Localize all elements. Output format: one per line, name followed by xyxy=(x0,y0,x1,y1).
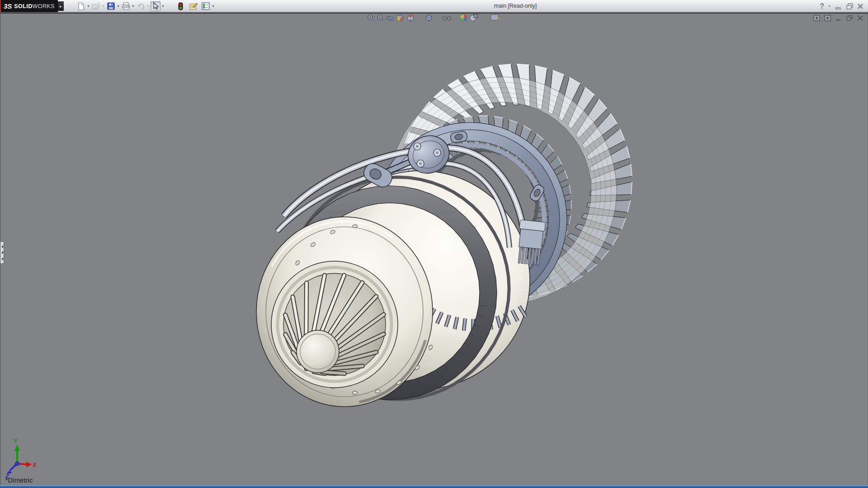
feature-manager-collapsed-tab[interactable] xyxy=(0,241,4,264)
pane-right-icon[interactable] xyxy=(824,15,831,21)
coordinate-triad: YXZ xyxy=(5,437,37,479)
triad-x: X xyxy=(32,461,37,468)
print-caret-icon[interactable]: ▾ xyxy=(131,1,136,11)
undo-icon xyxy=(137,3,145,10)
view-orientation-label: *Dimetric xyxy=(5,477,33,484)
brand-light: WORKS xyxy=(33,3,55,9)
main-toolbar: 3S SOLIDWORKS ▸ ▾ ▾ ▾ xyxy=(0,0,868,12)
edit-note-icon xyxy=(189,2,198,10)
rebuild-button[interactable] xyxy=(175,1,185,11)
undo-caret-icon: ▾ xyxy=(146,1,151,11)
save-caret-icon[interactable]: ▾ xyxy=(116,1,121,11)
options-button[interactable] xyxy=(201,1,211,11)
brand-bold: SOLID xyxy=(14,3,32,9)
save-button[interactable] xyxy=(106,1,116,11)
edit-note-button[interactable] xyxy=(188,1,198,11)
close-icon[interactable] xyxy=(856,2,864,10)
help-caret-icon[interactable]: ▾ xyxy=(827,1,832,11)
help-icon[interactable]: ? xyxy=(820,2,824,10)
pane-left-icon[interactable] xyxy=(813,15,820,21)
minimize-icon[interactable] xyxy=(835,2,843,10)
triad-y: Y xyxy=(14,437,18,444)
select-caret-icon[interactable]: ▾ xyxy=(160,1,165,11)
restore-icon[interactable] xyxy=(846,15,853,21)
document-title: main [Read-only] xyxy=(452,0,579,12)
brand-text: SOLIDWORKS xyxy=(14,3,54,9)
logo-red-edge xyxy=(0,0,1,12)
select-tool-button[interactable] xyxy=(151,1,160,11)
toolbar-divider xyxy=(0,13,868,14)
open-document-button[interactable] xyxy=(91,1,101,11)
taskbar-edge[interactable] xyxy=(0,485,868,488)
rebuild-traffic-light-icon xyxy=(178,2,183,10)
select-cursor-icon xyxy=(152,2,159,10)
close-icon[interactable] xyxy=(857,15,863,21)
new-document-icon xyxy=(77,2,85,10)
viewport-3d-canvas[interactable]: YXZ xyxy=(0,0,868,488)
restore-icon[interactable] xyxy=(845,2,854,10)
solidworks-logo: 3S SOLIDWORKS xyxy=(0,0,58,12)
jet-engine-model[interactable] xyxy=(256,64,632,407)
save-icon xyxy=(107,2,115,10)
undo-button[interactable] xyxy=(136,1,146,11)
minimize-icon[interactable] xyxy=(835,15,842,21)
options-caret-icon[interactable]: ▾ xyxy=(211,1,216,11)
print-icon xyxy=(122,2,130,10)
menu-flyout-arrow[interactable]: ▸ xyxy=(58,1,64,11)
options-list-icon xyxy=(202,2,210,10)
open-caret-icon: ▾ xyxy=(101,1,106,11)
open-document-icon xyxy=(92,3,100,10)
new-caret-icon[interactable]: ▾ xyxy=(86,1,91,11)
new-document-button[interactable] xyxy=(76,1,86,11)
3ds-logo-icon: 3S xyxy=(4,2,12,10)
print-button[interactable] xyxy=(121,1,131,11)
